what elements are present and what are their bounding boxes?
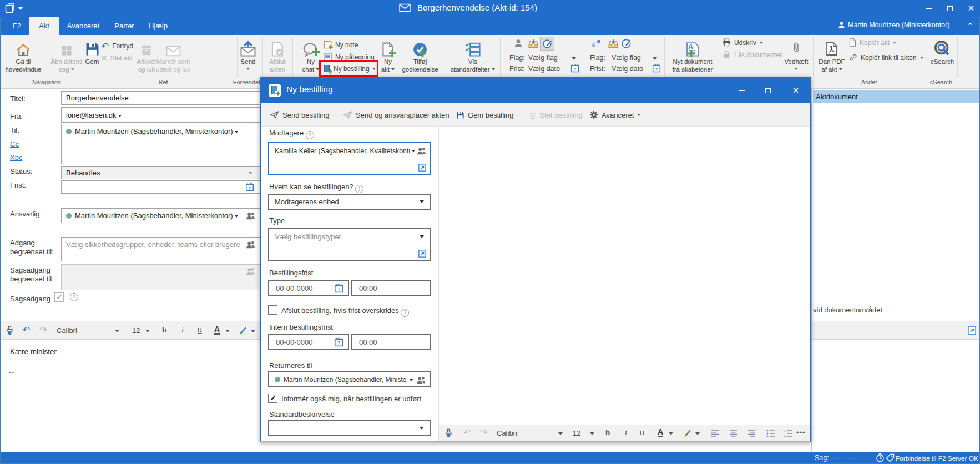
editor-font-caret[interactable] bbox=[115, 330, 119, 332]
editor-redo-icon[interactable]: ↷ bbox=[39, 324, 47, 335]
frist2-value[interactable]: Vælg dato bbox=[612, 65, 643, 73]
dlg-fontcolor-button[interactable]: A bbox=[658, 428, 663, 437]
dlg-align-right-icon[interactable] bbox=[747, 430, 756, 437]
go-main-window-button[interactable]: Gå tilhovedvindue bbox=[2, 38, 44, 73]
document-item-aktdokument[interactable]: Aktdokument bbox=[813, 90, 980, 103]
flag1-caret-icon[interactable] bbox=[572, 57, 576, 60]
frist1-value[interactable]: Vælg dato bbox=[528, 65, 560, 73]
dlg-format-painter-icon[interactable] bbox=[444, 428, 453, 438]
quick-access-icon[interactable] bbox=[5, 3, 15, 13]
dlg-number-list-icon[interactable] bbox=[784, 430, 793, 437]
intern-date-input[interactable]: 00-00-0000 bbox=[268, 334, 349, 350]
window-close-button[interactable]: ✕ bbox=[962, 0, 980, 17]
frist-date-calendar-icon[interactable] bbox=[334, 284, 343, 293]
dlg-undo-icon[interactable]: ↶ bbox=[463, 427, 471, 438]
modtagere-people-icon[interactable] bbox=[417, 147, 426, 156]
delete-record-button[interactable]: ✕Slet akt bbox=[101, 54, 133, 62]
status-clock-icon[interactable] bbox=[876, 453, 885, 462]
editor-undo-icon[interactable]: ↶ bbox=[22, 324, 30, 335]
dlg-align-center-icon[interactable] bbox=[729, 430, 737, 437]
type-expand-icon[interactable] bbox=[418, 250, 426, 258]
window-maximize-button[interactable] bbox=[941, 0, 959, 17]
print-button[interactable]: Udskriv bbox=[723, 38, 763, 47]
frist-time-input[interactable]: 00:00 bbox=[351, 280, 431, 296]
retur-input[interactable]: Martin Mouritzen (Sagsbehandler, Ministe… bbox=[268, 371, 431, 387]
modtagere-expand-icon[interactable] bbox=[418, 164, 426, 172]
delete-request-button[interactable]: Slet bestilling bbox=[528, 103, 583, 127]
modtagere-help-icon[interactable]: ? bbox=[306, 131, 314, 139]
new-note-button[interactable]: Ny note bbox=[324, 41, 358, 49]
dlg-highlight-icon[interactable] bbox=[683, 428, 692, 437]
dlg-align-left-icon[interactable] bbox=[711, 430, 719, 437]
flag-edit-icon-selected[interactable] bbox=[540, 37, 554, 51]
flag2-value[interactable]: Vælg flag bbox=[612, 54, 641, 62]
sagsadgang-checkbox[interactable] bbox=[54, 292, 64, 302]
flag2-caret-icon[interactable] bbox=[653, 57, 657, 60]
dialog-minimize-button[interactable] bbox=[731, 78, 751, 103]
frist1-calendar-icon[interactable] bbox=[570, 64, 579, 73]
retur-caret-icon[interactable] bbox=[410, 379, 413, 381]
dlg-size-select[interactable]: 12 bbox=[573, 429, 580, 437]
modtagere-caret-icon[interactable] bbox=[412, 150, 415, 152]
dlg-font-caret[interactable] bbox=[558, 432, 563, 435]
modtagere-input[interactable]: Kamilla Keller (Sagsbehandler, Kvalitets… bbox=[268, 142, 431, 175]
attach-button[interactable]: Vedhæft bbox=[781, 38, 811, 70]
show-standard-fields-button[interactable]: Visstandardfelter bbox=[446, 38, 499, 73]
type-input[interactable]: Vælg bestillingstyper bbox=[268, 228, 431, 261]
editor-font-select[interactable]: Calibri bbox=[57, 326, 77, 335]
editor-underline-button[interactable]: u bbox=[198, 325, 202, 334]
dlg-more-icon[interactable]: ••• bbox=[796, 428, 806, 437]
dlg-fontcolor-caret[interactable] bbox=[669, 432, 673, 435]
send-place-button[interactable]: Send og ansvarsplacér akten bbox=[343, 103, 449, 127]
afslut-checkbox[interactable] bbox=[268, 305, 277, 315]
save-button[interactable]: Gem bbox=[81, 38, 103, 66]
std-select[interactable] bbox=[268, 420, 431, 436]
editor-fontcolor-caret[interactable] bbox=[225, 330, 230, 332]
dialog-maximize-button[interactable] bbox=[758, 78, 778, 103]
copy-record-button[interactable]: Kopiér akt bbox=[849, 38, 896, 47]
adgang-people-icon[interactable] bbox=[246, 240, 255, 250]
undo-button[interactable]: ↶Fortryd bbox=[101, 41, 133, 52]
mark-unread-close-button[interactable]: Markér somulæst og luk bbox=[151, 38, 195, 73]
ansvarlig-people-icon[interactable] bbox=[246, 211, 255, 221]
pane-expand-icon[interactable] bbox=[968, 326, 976, 335]
tab-hjaelp[interactable]: Hjælp bbox=[141, 17, 175, 35]
pdf-button[interactable]: Dan PDFaf akt bbox=[817, 38, 847, 73]
user-menu[interactable]: Martin Mouritzen (Ministerkontor) bbox=[838, 21, 949, 29]
intern-date-calendar-icon[interactable] bbox=[334, 337, 343, 347]
lock-documents-button[interactable]: Lås dokumenter bbox=[723, 51, 782, 59]
flag2-edit-icon[interactable] bbox=[622, 38, 632, 49]
dlg-size-caret[interactable] bbox=[590, 432, 594, 435]
add-approval-button[interactable]: Tilføjgodkendelse bbox=[397, 38, 443, 73]
dlg-bold-button[interactable]: b bbox=[605, 428, 610, 437]
dlg-underline-button[interactable]: u bbox=[640, 428, 644, 437]
new-record-button[interactable]: Nyakt bbox=[377, 38, 398, 73]
editor-body-line2[interactable]: ... bbox=[9, 366, 15, 375]
csearch-button[interactable]: cSearch bbox=[928, 38, 957, 66]
editor-fontcolor-button[interactable]: A bbox=[214, 326, 220, 335]
status-tag-icon[interactable] bbox=[886, 453, 895, 462]
flag-person-icon[interactable] bbox=[514, 39, 523, 48]
flag1-value[interactable]: Vælg flag bbox=[528, 54, 558, 62]
tab-parter[interactable]: Parter bbox=[108, 17, 141, 35]
dlg-bullet-list-icon[interactable] bbox=[766, 430, 775, 437]
retur-people-icon[interactable] bbox=[416, 376, 426, 385]
window-minimize-button[interactable] bbox=[920, 0, 938, 17]
inform-checkbox[interactable] bbox=[268, 394, 277, 403]
xbc-link[interactable]: Xbc bbox=[10, 153, 22, 162]
editor-highlight-caret[interactable] bbox=[251, 330, 255, 332]
send-request-button[interactable]: Send bestilling bbox=[270, 103, 330, 127]
editor-highlight-icon[interactable] bbox=[239, 326, 247, 335]
cc-link[interactable]: Cc bbox=[10, 140, 19, 148]
dlg-redo-icon[interactable]: ↷ bbox=[480, 427, 488, 438]
copy-link-button[interactable]: Kopiér link til akten bbox=[849, 53, 923, 62]
new-doc-from-template-button[interactable]: Nyt dokumentfra skabeloner bbox=[666, 38, 719, 73]
editor-italic-button[interactable]: i bbox=[181, 325, 184, 335]
dlg-italic-button[interactable]: i bbox=[625, 428, 627, 437]
dialog-close-button[interactable]: ✕ bbox=[786, 78, 806, 103]
format-painter-icon[interactable] bbox=[6, 326, 14, 335]
close-record-button[interactable]: Afslutakten bbox=[264, 38, 291, 73]
flag2-tray-icon[interactable] bbox=[608, 39, 618, 48]
flag2-org-icon[interactable] bbox=[592, 39, 601, 48]
sagsadgang-help-icon[interactable]: ? bbox=[70, 293, 78, 301]
